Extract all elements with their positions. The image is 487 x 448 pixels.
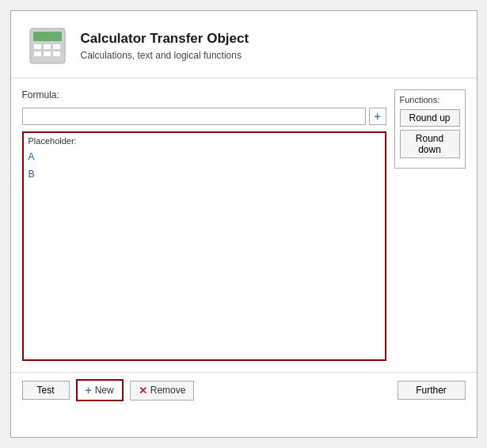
placeholder-box: Placeholder: A B [22,131,386,361]
header-text: Calculator Transfer Object Calculations,… [81,31,249,61]
right-panel: Functions: Round up Round down [394,89,466,361]
add-formula-button[interactable]: + [369,108,386,125]
footer-right: Further [398,381,466,400]
placeholder-label: Placeholder: [29,136,380,146]
svg-rect-7 [53,51,60,56]
svg-rect-1 [33,32,62,41]
footer: Test + New ✕ Remove Further [11,372,477,408]
svg-rect-3 [44,44,51,49]
functions-group: Functions: Round up Round down [394,89,466,169]
svg-rect-4 [53,44,60,49]
further-button[interactable]: Further [398,381,466,400]
formula-row: + [22,108,386,125]
dialog-container: Calculator Transfer Object Calculations,… [10,10,477,438]
round-up-button[interactable]: Round up [400,109,460,127]
svg-rect-2 [34,44,41,49]
svg-rect-5 [34,51,41,56]
dialog-header: Calculator Transfer Object Calculations,… [11,11,477,78]
calculator-icon [27,25,68,66]
formula-label: Formula: [22,89,386,101]
new-button[interactable]: + New [76,379,124,401]
dialog-title: Calculator Transfer Object [81,31,249,47]
placeholder-item-b[interactable]: B [29,166,380,184]
content-area: Formula: + Placeholder: A B Functions: R… [11,78,477,369]
test-button[interactable]: Test [22,381,70,400]
round-down-button[interactable]: Round down [400,130,460,158]
formula-input[interactable] [22,108,366,125]
svg-rect-6 [44,51,51,56]
remove-button-label: Remove [150,385,186,396]
new-button-label: New [95,385,114,396]
placeholder-item-a[interactable]: A [29,149,380,166]
footer-left: Test + New ✕ Remove [22,379,195,401]
functions-label: Functions: [400,95,460,104]
dialog-subtitle: Calculations, text and logical functions [81,50,249,61]
x-icon: ✕ [139,385,147,397]
plus-icon: + [86,384,92,397]
remove-button[interactable]: ✕ Remove [130,381,195,401]
left-panel: Formula: + Placeholder: A B [22,89,386,361]
